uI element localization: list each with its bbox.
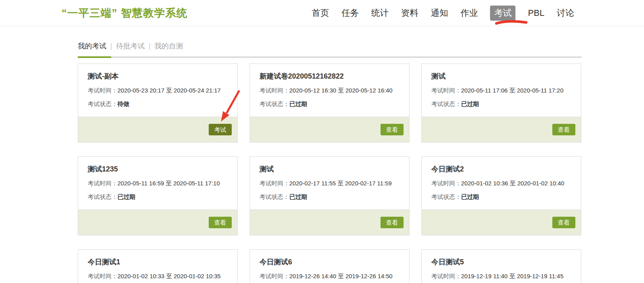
exam-title: 今日测试5 [431,258,571,266]
exam-time-value: 2020-05-11 16:59 至 2020-05-11 17:10 [117,180,220,187]
exam-status-label: 考试状态： [431,193,461,200]
app-header: “一平三端” 智慧教学系统 首页 任务 统计 资料 通知 作业 考试 PBL 讨… [0,0,644,26]
tab-pending-review[interactable]: 待批考试 [116,41,145,51]
nav-item-tasks[interactable]: 任务 [341,7,359,19]
exam-card: 今日测试6 考试时间：2019-12-26 14:40 至 2019-12-26… [250,249,409,283]
exam-title: 测试 [260,165,400,173]
nav-item-exams[interactable]: 考试 [490,6,515,21]
exam-status-value: 已过期 [289,193,307,200]
exam-status-value: 已过期 [289,100,307,107]
tab-underline-track [78,56,582,58]
exam-time-value: 2020-02-17 11:55 至 2020-02-17 11:59 [289,180,392,187]
nav-item-discussion[interactable]: 讨论 [557,7,574,19]
view-exam-button[interactable]: 查看 [552,124,575,135]
exam-status-value: 已过期 [461,193,479,200]
take-exam-button[interactable]: 考试 [209,124,232,135]
exam-title: 测试1235 [88,165,228,173]
nav-item-stats[interactable]: 统计 [371,7,388,19]
exam-title: 今日测试6 [260,258,400,266]
view-exam-button[interactable]: 查看 [552,217,575,228]
tab-my-exams[interactable]: 我的考试 [78,41,106,51]
exam-time-label: 考试时间： [260,87,289,94]
card-footer: 考试 [78,117,237,142]
exam-card: 测试1235 考试时间：2020-05-11 16:59 至 2020-05-1… [78,156,238,235]
exam-title: 今日测试2 [431,165,571,173]
nav-item-home[interactable]: 首页 [311,7,329,19]
card-footer: 查看 [250,117,409,142]
card-footer: 查看 [422,210,581,235]
exam-time-label: 考试时间： [431,273,461,279]
exam-card: 今日测试5 考试时间：2019-12-19 11:40 至 2019-12-19… [421,249,581,283]
exam-title: 测试-副本 [88,72,228,81]
exam-title: 新建试卷20200512162822 [260,72,400,81]
exam-status-label: 考试状态： [260,193,289,200]
view-exam-button[interactable]: 查看 [381,124,404,135]
exam-card: 测试 考试时间：2020-05-11 17:06 至 2020-05-11 17… [421,64,581,142]
card-footer: 查看 [78,210,237,235]
exam-time-label: 考试时间： [431,87,461,94]
view-exam-button[interactable]: 查看 [209,217,232,228]
exam-card-grid: 测试-副本 考试时间：2020-05-23 20:17 至 2020-05-24… [78,64,582,283]
exam-status-value: 待做 [117,100,129,107]
exam-time-value: 2019-12-19 11:40 至 2019-12-19 11:45 [461,273,563,279]
card-footer: 查看 [422,117,581,142]
exam-time-value: 2019-12-26 14:40 至 2019-12-26 14:50 [289,273,392,279]
exam-status-value: 已过期 [117,193,135,200]
exam-time-label: 考试时间： [260,273,289,279]
nav-item-homework[interactable]: 作业 [460,7,478,19]
view-exam-button[interactable]: 查看 [381,217,404,228]
app-logo[interactable]: “一平三端” 智慧教学系统 [62,6,188,20]
exam-time-value: 2020-05-12 16:30 至 2020-05-12 16:40 [289,87,392,94]
exam-card: 今日测试1 考试时间：2020-01-02 10:33 至 2020-01-02… [78,249,238,283]
exam-card: 新建试卷20200512162822 考试时间：2020-05-12 16:30… [250,64,409,142]
exam-status-label: 考试状态： [260,100,289,107]
exam-tabs: 我的考试 | 待批考试 | 我的自测 [78,41,582,51]
tab-separator: | [110,42,112,50]
exam-time-value: 2020-01-02 10:36 至 2020-01-02 10:40 [461,180,564,187]
exam-title: 今日测试1 [88,258,228,266]
exam-status-value: 已过期 [461,100,479,107]
main-nav: 首页 任务 统计 资料 通知 作业 考试 PBL 讨论 [311,6,574,21]
exam-status-label: 考试状态： [431,100,461,107]
active-tab-underline [78,56,111,58]
exam-card: 测试-副本 考试时间：2020-05-23 20:17 至 2020-05-24… [78,64,238,142]
exam-title: 测试 [431,72,571,81]
exam-page-content: 我的考试 | 待批考试 | 我的自测 测试-副本 考试时间：2020-05-23… [78,41,582,283]
exam-time-value: 2020-01-02 10:33 至 2020-01-02 10:35 [117,273,221,279]
exam-time-label: 考试时间： [88,180,117,187]
exam-time-value: 2020-05-23 20:17 至 2020-05-24 21:17 [117,87,221,94]
exam-time-label: 考试时间： [88,273,117,279]
exam-card: 今日测试2 考试时间：2020-01-02 10:36 至 2020-01-02… [421,156,581,235]
exam-time-label: 考试时间： [88,87,117,94]
exam-status-label: 考试状态： [88,193,117,200]
exam-card: 测试 考试时间：2020-02-17 11:55 至 2020-02-17 11… [250,156,409,235]
tab-self-tests[interactable]: 我的自测 [154,41,183,51]
card-footer: 查看 [250,210,409,235]
exam-status-label: 考试状态： [88,100,117,107]
exam-time-label: 考试时间： [431,180,461,187]
exam-time-value: 2020-05-11 17:06 至 2020-05-11 17:20 [461,87,563,94]
exam-time-label: 考试时间： [260,180,289,187]
tab-separator: | [149,42,151,50]
nav-item-notices[interactable]: 通知 [431,7,448,19]
nav-item-pbl[interactable]: PBL [528,8,544,18]
nav-item-materials[interactable]: 资料 [401,7,418,19]
